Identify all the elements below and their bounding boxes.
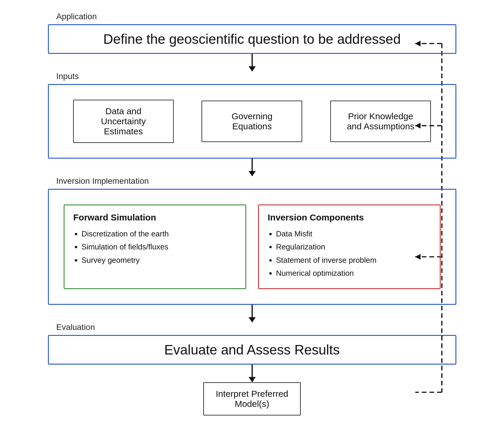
evaluation-box: Evaluate and Assess Results: [48, 335, 456, 365]
application-label: Application: [50, 12, 97, 21]
inversion-components-list: Data Misfit Regularization Statement of …: [268, 228, 431, 279]
inputs-label: Inputs: [50, 72, 79, 81]
interpret-box: Interpret Preferred Model(s): [203, 382, 301, 415]
data-uncertainty-box: Data and Uncertainty Estimates: [73, 100, 174, 143]
inversion-components-box: Inversion Components Data Misfit Regular…: [258, 204, 441, 289]
governing-equations-box: Governing Equations: [202, 101, 302, 142]
inversion-bullet-1: Data Misfit: [276, 228, 431, 239]
forward-simulation-box: Forward Simulation Discretization of the…: [64, 204, 246, 289]
forward-bullet-2: Simulation of fields/fluxes: [82, 241, 236, 252]
inversion-bullet-3: Statement of inverse problem: [276, 255, 431, 265]
diagram-container: Application Define the geoscientific que…: [18, 12, 486, 415]
inversion-bullet-2: Regularization: [276, 241, 431, 252]
forward-simulation-title: Forward Simulation: [73, 212, 236, 223]
interpret-text: Interpret Preferred Model(s): [216, 389, 288, 409]
inversion-bullet-4: Numerical optimization: [276, 268, 431, 278]
arrow-evaluation-to-interpret: [249, 365, 256, 382]
interpret-wrapper: Interpret Preferred Model(s): [18, 382, 486, 415]
prior-knowledge-box: Prior Knowledge and Assumptions: [330, 101, 431, 142]
forward-bullet-1: Discretization of the earth: [82, 228, 236, 239]
inputs-box: Data and Uncertainty Estimates Governing…: [48, 84, 456, 159]
forward-bullet-3: Survey geometry: [82, 255, 236, 265]
arrow-inversion-to-evaluation: [249, 305, 256, 323]
inversion-components-title: Inversion Components: [268, 212, 431, 223]
evaluation-label: Evaluation: [50, 323, 95, 332]
evaluate-text: Evaluate and Assess Results: [164, 342, 340, 358]
arrow-application-to-inputs: [249, 54, 256, 72]
inversion-box: Forward Simulation Discretization of the…: [48, 189, 456, 305]
application-box: Define the geoscientific question to be …: [48, 24, 456, 54]
forward-simulation-list: Discretization of the earth Simulation o…: [73, 228, 236, 265]
arrow-inputs-to-inversion: [249, 159, 256, 176]
define-question-text: Define the geoscientific question to be …: [103, 31, 401, 47]
inversion-label: Inversion Implementation: [50, 176, 149, 186]
